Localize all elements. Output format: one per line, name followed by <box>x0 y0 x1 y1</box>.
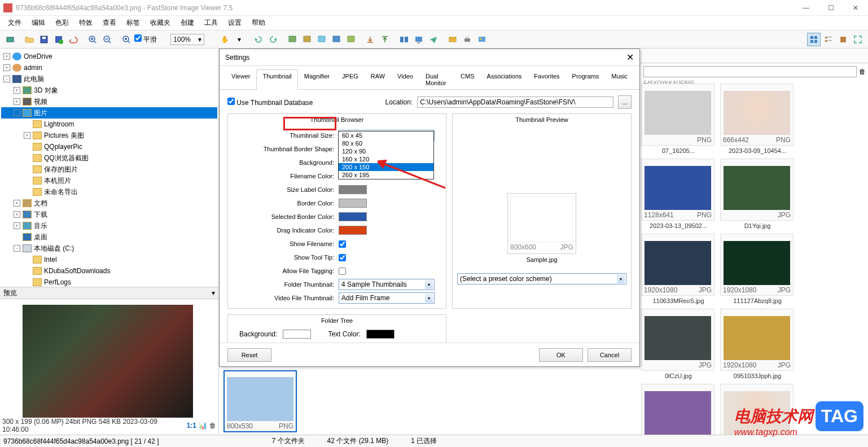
compare-icon[interactable] <box>397 33 411 46</box>
menu-收藏夹[interactable]: 收藏夹 <box>146 16 175 29</box>
save-as-icon[interactable] <box>52 33 65 46</box>
dropdown-option[interactable]: 160 x 120 <box>339 155 433 163</box>
tool1-icon[interactable] <box>286 33 299 46</box>
tree-item[interactable]: -本地磁盘 (C:) <box>1 243 217 254</box>
thumb-cell[interactable]: 1920x1080JPG110633MReoS.jpg <box>641 234 716 304</box>
dropdown-option[interactable]: 200 x 150 <box>339 163 433 171</box>
tree-item[interactable]: KDubaSoftDownloads <box>1 265 217 277</box>
thumb-cell[interactable]: JPG0lCzU.jpg <box>641 309 716 379</box>
dropdown-icon[interactable]: ▾ <box>233 33 246 46</box>
tree-toggle-icon[interactable]: - <box>14 109 20 116</box>
video-thumb-combo[interactable]: Add Film Frame▾ <box>339 292 435 304</box>
export1-icon[interactable] <box>363 33 377 46</box>
tab-jpeg[interactable]: JPEG <box>336 69 365 89</box>
zoom-fit-icon[interactable] <box>120 33 133 46</box>
view-list-icon[interactable] <box>822 33 835 46</box>
tab-cms[interactable]: CMS <box>454 69 480 89</box>
drag-color-swatch[interactable] <box>339 226 367 235</box>
tree-item[interactable]: QQplayerPic <box>1 141 217 152</box>
tree-item[interactable]: +下载 <box>1 209 217 220</box>
close-button[interactable]: ✕ <box>843 0 868 16</box>
tree-item[interactable]: 保存的图片 <box>1 164 217 175</box>
search-clear-icon[interactable]: 🗑 <box>859 68 866 76</box>
export2-icon[interactable] <box>378 33 392 46</box>
tree-item[interactable]: +admin <box>1 62 217 73</box>
save-icon[interactable] <box>37 33 51 46</box>
tab-associations[interactable]: Associations <box>481 69 528 89</box>
location-input[interactable] <box>417 97 613 108</box>
dropdown-option[interactable]: 80 x 60 <box>339 139 433 147</box>
wallpaper-icon[interactable] <box>475 33 489 46</box>
dropdown-option[interactable]: 260 x 195 <box>339 171 433 179</box>
sel-border-swatch[interactable] <box>339 212 367 221</box>
hand-tool-icon[interactable]: ✋ <box>218 33 231 46</box>
mail-icon[interactable] <box>446 33 459 46</box>
folder-thumb-combo[interactable]: 4 Sample Thumbnails▾ <box>339 279 435 290</box>
thumb-cell[interactable]: 1920x1080JPG1223473RyOT.jpg <box>641 384 716 435</box>
ft-text-swatch[interactable] <box>366 330 394 339</box>
menu-特效[interactable]: 特效 <box>74 16 97 29</box>
tree-item[interactable]: +视频 <box>1 96 217 107</box>
trash-icon[interactable]: 🗑 <box>209 422 216 430</box>
menu-帮助[interactable]: 帮助 <box>247 16 270 29</box>
tree-item[interactable]: 未命名导出 <box>1 186 217 198</box>
rotate-right-icon[interactable] <box>266 33 280 46</box>
acquire-icon[interactable] <box>3 33 17 46</box>
menu-工具[interactable]: 工具 <box>200 16 222 29</box>
allow-tag-checkbox[interactable] <box>339 268 346 275</box>
view-fullscreen-icon[interactable] <box>851 33 865 46</box>
open-icon[interactable] <box>23 33 36 46</box>
dropdown-option[interactable]: 60 x 45 <box>339 132 433 139</box>
tree-toggle-icon[interactable]: + <box>14 211 20 218</box>
tool5-icon[interactable] <box>344 33 358 46</box>
tab-raw[interactable]: RAW <box>365 69 391 89</box>
menu-色彩[interactable]: 色彩 <box>51 16 73 29</box>
collapse-icon[interactable]: ▾ <box>212 289 215 297</box>
dropdown-option[interactable]: 120 x 90 <box>339 147 433 155</box>
reset-button[interactable]: Reset <box>227 348 271 362</box>
view-single-icon[interactable] <box>836 33 850 46</box>
tree-item[interactable]: +Pictures 美图 <box>1 130 217 141</box>
menu-创建[interactable]: 创建 <box>176 16 199 29</box>
send-icon[interactable] <box>427 33 440 46</box>
dialog-close-icon[interactable]: ✕ <box>626 52 634 63</box>
smooth-checkbox[interactable]: 平滑 <box>134 34 157 45</box>
tree-item[interactable]: +OneDrive <box>1 51 217 62</box>
tab-favorites[interactable]: Favorites <box>528 69 565 89</box>
histogram-icon[interactable]: 📊 <box>199 422 207 430</box>
zoom-in-icon[interactable] <box>86 33 99 46</box>
maximize-button[interactable]: ☐ <box>818 0 843 16</box>
preview-ratio[interactable]: 1:1 <box>187 422 196 430</box>
show-filename-checkbox[interactable] <box>339 240 346 248</box>
browse-button[interactable]: ... <box>618 95 632 109</box>
tree-item[interactable]: PerfLogs <box>1 277 217 287</box>
tab-programs[interactable]: Programs <box>566 69 606 89</box>
tree-item[interactable]: 桌面 <box>1 231 217 243</box>
menu-查看[interactable]: 查看 <box>98 16 121 29</box>
selected-thumb[interactable]: 800x530PNG <box>223 370 298 432</box>
print-icon[interactable] <box>461 33 474 46</box>
tree-item[interactable]: +文档 <box>1 198 217 209</box>
ft-bg-swatch[interactable] <box>283 330 311 339</box>
tree-toggle-icon[interactable]: + <box>14 98 20 105</box>
cancel-button[interactable]: Cancel <box>588 348 632 362</box>
folder-tree[interactable]: +OneDrive+admin-此电脑+3D 对象+视频-图片Lightroom… <box>0 49 218 287</box>
zoom-out-icon[interactable] <box>100 33 114 46</box>
color-scheme-combo[interactable]: (Select a preset color scheme)▾ <box>457 273 626 284</box>
show-tooltip-checkbox[interactable] <box>339 254 346 261</box>
thumb-cell[interactable]: PNG07_16205... <box>641 84 716 154</box>
tool3-icon[interactable] <box>315 33 328 46</box>
menu-设置[interactable]: 设置 <box>223 16 246 29</box>
zoom-combo[interactable]: 100%▾ <box>170 34 204 45</box>
size-color-swatch[interactable] <box>339 185 367 194</box>
tree-toggle-icon[interactable]: + <box>14 222 20 229</box>
menu-编辑[interactable]: 编辑 <box>27 16 50 29</box>
tab-dual-monitor[interactable]: Dual Monitor <box>419 69 454 89</box>
thumb-cell[interactable]: 1920x1080JPG111127Abzq8.jpg <box>720 234 795 304</box>
tab-viewer[interactable]: Viewer <box>225 69 256 89</box>
tree-toggle-icon[interactable]: - <box>3 76 10 82</box>
minimize-button[interactable]: — <box>794 0 818 16</box>
tree-item[interactable]: +音乐 <box>1 220 217 231</box>
tree-item[interactable]: -此电脑 <box>1 73 217 85</box>
tab-music[interactable]: Music <box>605 69 634 89</box>
